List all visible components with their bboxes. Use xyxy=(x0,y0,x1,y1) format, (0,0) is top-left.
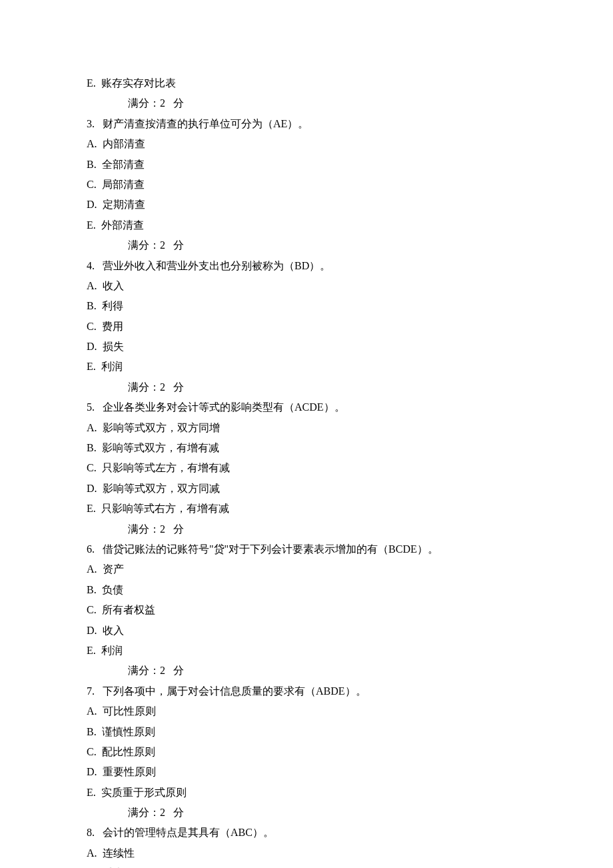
option-letter: E xyxy=(87,787,93,798)
option-text: 收入 xyxy=(103,280,124,291)
option-text: 费用 xyxy=(102,321,123,332)
question-text: 财产清查按清查的执行单位可分为（AE）。 xyxy=(103,118,308,129)
option-separator: . xyxy=(94,746,102,757)
question-text: 营业外收入和营业外支出也分别被称为（BD）。 xyxy=(103,260,330,271)
question-number: 6 xyxy=(87,543,92,555)
option-letter: A xyxy=(87,847,95,859)
option-line: B. 利得 xyxy=(87,296,526,316)
option-line: E. 外部清查 xyxy=(87,215,526,235)
option-line: D. 损失 xyxy=(87,337,526,357)
option-separator: . xyxy=(94,604,102,615)
score-line: 满分：2 分 xyxy=(87,93,526,113)
option-letter: C xyxy=(87,179,94,190)
option-text: 损失 xyxy=(103,341,124,352)
option-line: B. 系统性 xyxy=(87,863,526,868)
option-text: 账存实存对比表 xyxy=(101,77,176,89)
option-text: 利得 xyxy=(102,300,123,311)
question-line: 6. 借贷记账法的记账符号"贷"对于下列会计要素表示增加的有（BCDE）。 xyxy=(87,539,526,559)
question-number: 3 xyxy=(87,118,92,129)
option-text: 影响等式双方，双方同增 xyxy=(103,422,220,433)
option-separator: . xyxy=(94,159,102,170)
option-line: B. 影响等式双方，有增有减 xyxy=(87,438,526,458)
score-line: 满分：2 分 xyxy=(87,661,526,681)
option-text: 影响等式双方，有增有减 xyxy=(102,442,219,453)
score-line: 满分：2 分 xyxy=(87,519,526,539)
option-letter: B xyxy=(87,442,94,453)
option-letter: B xyxy=(87,159,94,170)
option-line: C. 配比性原则 xyxy=(87,742,526,762)
document-body: E. 账存实存对比表满分：2 分3. 财产清查按清查的执行单位可分为（AE）。A… xyxy=(87,73,526,868)
option-letter: E xyxy=(87,219,93,231)
option-text: 收入 xyxy=(103,625,124,636)
option-text: 只影响等式右方，有增有减 xyxy=(101,503,229,514)
option-letter: C xyxy=(87,746,94,757)
option-separator: . xyxy=(94,179,102,190)
option-letter: E xyxy=(87,503,93,514)
question-line: 5. 企业各类业务对会计等式的影响类型有（ACDE）。 xyxy=(87,397,526,417)
option-separator: . xyxy=(95,705,103,717)
score-line: 满分：2 分 xyxy=(87,377,526,397)
option-line: E. 只影响等式右方，有增有减 xyxy=(87,499,526,519)
question-text: 企业各类业务对会计等式的影响类型有（ACDE）。 xyxy=(103,401,345,413)
option-separator: . xyxy=(93,645,101,656)
question-number: 5 xyxy=(87,401,92,413)
option-text: 配比性原则 xyxy=(102,746,155,757)
option-letter: E xyxy=(87,361,93,372)
option-separator: . xyxy=(94,300,102,311)
option-line: D. 影响等式双方，双方同减 xyxy=(87,479,526,499)
option-line: D. 收入 xyxy=(87,621,526,641)
option-line: C. 费用 xyxy=(87,317,526,337)
option-line: D. 重要性原则 xyxy=(87,762,526,782)
option-line: B. 负债 xyxy=(87,580,526,600)
question-line: 8. 会计的管理特点是其具有（ABC）。 xyxy=(87,823,526,843)
option-separator: . xyxy=(95,199,103,210)
option-line: A. 资产 xyxy=(87,559,526,579)
option-separator: . xyxy=(95,483,103,494)
option-separator: . xyxy=(93,503,101,514)
option-letter: A xyxy=(87,705,95,717)
score-text: 满分：2 分 xyxy=(128,97,184,109)
option-letter: A xyxy=(87,138,95,149)
option-text: 只影响等式左方，有增有减 xyxy=(102,462,230,473)
option-line: C. 所有者权益 xyxy=(87,600,526,620)
option-separator: . xyxy=(93,787,101,798)
question-separator: . xyxy=(92,260,103,271)
option-line: D. 定期清查 xyxy=(87,195,526,215)
option-separator: . xyxy=(95,422,103,433)
option-line: E. 利润 xyxy=(87,357,526,377)
question-text: 下列各项中，属于对会计信息质量的要求有（ABDE）。 xyxy=(103,685,366,697)
option-letter: D xyxy=(87,341,95,352)
option-separator: . xyxy=(94,321,102,332)
option-letter: C xyxy=(87,462,94,473)
option-text: 内部清查 xyxy=(103,138,145,149)
option-line: A. 影响等式双方，双方同增 xyxy=(87,418,526,438)
option-separator: . xyxy=(95,341,103,352)
option-separator: . xyxy=(95,847,103,859)
option-separator: . xyxy=(93,219,101,231)
option-text: 局部清查 xyxy=(102,179,145,190)
question-number: 4 xyxy=(87,260,92,271)
option-letter: E xyxy=(87,77,93,89)
option-text: 谨慎性原则 xyxy=(102,726,155,737)
score-line: 满分：2 分 xyxy=(87,803,526,823)
question-separator: . xyxy=(92,401,103,413)
option-text: 影响等式双方，双方同减 xyxy=(103,483,220,494)
option-line: A. 可比性原则 xyxy=(87,701,526,721)
option-line: B. 全部清查 xyxy=(87,155,526,175)
score-text: 满分：2 分 xyxy=(128,239,184,251)
option-letter: D xyxy=(87,483,95,494)
option-line: A. 收入 xyxy=(87,276,526,296)
option-letter: A xyxy=(87,422,95,433)
option-text: 定期清查 xyxy=(103,199,145,210)
option-text: 负债 xyxy=(102,584,123,595)
option-text: 连续性 xyxy=(103,847,135,859)
option-text: 重要性原则 xyxy=(103,766,156,777)
option-separator: . xyxy=(93,77,101,89)
question-line: 7. 下列各项中，属于对会计信息质量的要求有（ABDE）。 xyxy=(87,681,526,701)
question-number: 8 xyxy=(87,827,92,838)
option-text: 利润 xyxy=(101,361,123,372)
option-line: C. 局部清查 xyxy=(87,175,526,195)
option-letter: D xyxy=(87,199,95,210)
option-separator: . xyxy=(93,361,101,372)
option-line: C. 只影响等式左方，有增有减 xyxy=(87,458,526,478)
